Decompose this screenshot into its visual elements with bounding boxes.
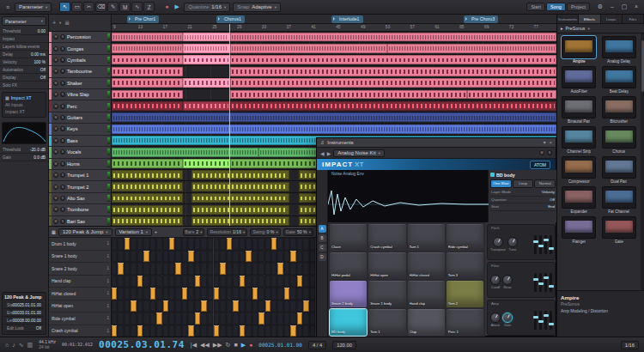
clip-info-field[interactable]: Length00008.00.00.00: [4, 317, 44, 325]
track-solo-button[interactable]: S: [60, 46, 65, 52]
pattern-step[interactable]: [208, 251, 213, 263]
clip[interactable]: [112, 159, 183, 168]
pattern-step[interactable]: [240, 251, 245, 263]
split-tool-icon[interactable]: ✂: [83, 2, 94, 12]
instrument-editor-window[interactable]: ♫ Instruments ▾ × ◀ ▶ Analog Noise Kit ▾…: [316, 137, 556, 337]
pattern-step[interactable]: [277, 251, 283, 263]
pattern-step[interactable]: [303, 313, 308, 325]
pattern-step[interactable]: [175, 276, 180, 288]
pattern-step[interactable]: [137, 276, 143, 288]
clip[interactable]: [230, 44, 387, 53]
clip[interactable]: [183, 33, 230, 42]
pattern-step[interactable]: [156, 251, 161, 263]
pattern-step[interactable]: [195, 313, 200, 325]
pad-param[interactable]: Layer ModeVelocity: [490, 189, 556, 197]
track-solo-button[interactable]: S: [60, 58, 65, 63]
envelope-slider[interactable]: [534, 273, 537, 292]
pattern-step[interactable]: [297, 288, 302, 300]
pattern-step[interactable]: [156, 276, 161, 288]
gain-knob[interactable]: [502, 313, 513, 323]
track-solo-button[interactable]: S: [60, 126, 65, 131]
pattern-step[interactable]: [214, 313, 219, 325]
pad-param[interactable]: QuantizeOff: [490, 197, 556, 204]
page-button-start[interactable]: Start: [526, 3, 545, 11]
pattern-step[interactable]: [227, 263, 232, 275]
track-header[interactable]: MSShaker: [49, 78, 112, 89]
pattern-step[interactable]: [271, 300, 276, 313]
pattern-field[interactable]: Resolution1/16▾: [207, 228, 247, 236]
track-solo-button[interactable]: S: [60, 104, 65, 109]
maximize-icon[interactable]: ▢: [620, 3, 629, 10]
impact-pad[interactable]: Perc 1: [447, 309, 483, 336]
pattern-step[interactable]: [271, 251, 276, 263]
pattern-step[interactable]: [284, 313, 289, 325]
pattern-step[interactable]: [175, 251, 180, 263]
listen-tool-icon[interactable]: Z: [143, 2, 155, 12]
pattern-step[interactable]: [233, 313, 238, 325]
instrument-output[interactable]: Impact XT: [5, 108, 43, 115]
playhead[interactable]: [229, 24, 230, 226]
clip[interactable]: [183, 159, 230, 168]
quantize-combo[interactable]: Quantize 1/16 ▾: [184, 3, 230, 12]
pattern-step[interactable]: [310, 325, 315, 337]
pattern-step[interactable]: [118, 325, 123, 337]
pattern-step[interactable]: [246, 276, 251, 288]
clip[interactable]: [112, 182, 183, 191]
track-mute-button[interactable]: M: [53, 196, 58, 201]
pattern-step[interactable]: [201, 300, 206, 313]
envelope-slider[interactable]: [534, 235, 537, 254]
pattern-step[interactable]: [303, 238, 308, 250]
pattern-step[interactable]: [118, 300, 123, 313]
pattern-step[interactable]: [201, 288, 206, 300]
pattern-step[interactable]: [214, 288, 219, 300]
effect-tile[interactable]: Expander: [560, 186, 598, 214]
track-solo-button[interactable]: S: [60, 115, 65, 120]
pattern-step[interactable]: [284, 276, 289, 288]
impact-pad[interactable]: Clave: [330, 224, 367, 251]
effect-tile[interactable]: Compressor: [560, 156, 598, 184]
clip[interactable]: [230, 67, 556, 76]
pattern-row-label[interactable]: HiHat open1: [49, 300, 112, 313]
pattern-step[interactable]: [297, 276, 302, 288]
pattern-step[interactable]: [156, 263, 161, 275]
envelope-slider[interactable]: [550, 235, 552, 254]
pattern-step[interactable]: [125, 251, 130, 263]
gear-icon[interactable]: ⚙: [596, 3, 605, 10]
pattern-step[interactable]: [233, 251, 238, 263]
pattern-step[interactable]: [143, 251, 149, 263]
envelope-slider[interactable]: [544, 273, 547, 292]
pattern-step[interactable]: [271, 263, 276, 275]
pattern-step[interactable]: [182, 325, 187, 337]
parameter-combo[interactable]: Parameter ▾: [15, 3, 52, 12]
pattern-step[interactable]: [163, 251, 168, 263]
pad-bank-c[interactable]: C: [319, 244, 326, 252]
marker[interactable]: Pre Chor1: [127, 15, 159, 23]
pattern-step[interactable]: [290, 276, 295, 288]
pattern-step[interactable]: [277, 325, 283, 337]
pattern-step[interactable]: [265, 313, 270, 325]
pattern-step[interactable]: [195, 238, 200, 250]
track-solo-button[interactable]: S: [60, 173, 65, 178]
pattern-step[interactable]: [112, 238, 117, 250]
next-preset-icon[interactable]: ▶: [327, 150, 331, 156]
pattern-step[interactable]: [118, 263, 123, 275]
pattern-step[interactable]: [265, 325, 270, 337]
pattern-step[interactable]: [233, 325, 238, 337]
envelope-slider[interactable]: [550, 273, 552, 292]
pattern-step[interactable]: [310, 263, 315, 275]
sample-mode-button[interactable]: One Shot: [490, 179, 512, 188]
pattern-step[interactable]: [125, 276, 130, 288]
pattern-step[interactable]: [240, 238, 245, 250]
pattern-step[interactable]: [233, 288, 238, 300]
clip[interactable]: [112, 90, 183, 100]
pattern-name-combo[interactable]: 120 Peak & Jump ▾: [58, 228, 112, 236]
track-solo-button[interactable]: S: [60, 149, 65, 155]
impact-pad[interactable]: HiHat pedal: [330, 252, 367, 279]
marker[interactable]: Pre Choru3: [464, 15, 498, 23]
envelope-slider[interactable]: [539, 311, 542, 330]
pattern-step[interactable]: [195, 276, 200, 288]
pattern-step[interactable]: [131, 325, 136, 337]
pattern-step[interactable]: [150, 251, 155, 263]
pattern-step[interactable]: [112, 263, 117, 275]
arrow-tool-icon[interactable]: ↖: [59, 2, 70, 12]
